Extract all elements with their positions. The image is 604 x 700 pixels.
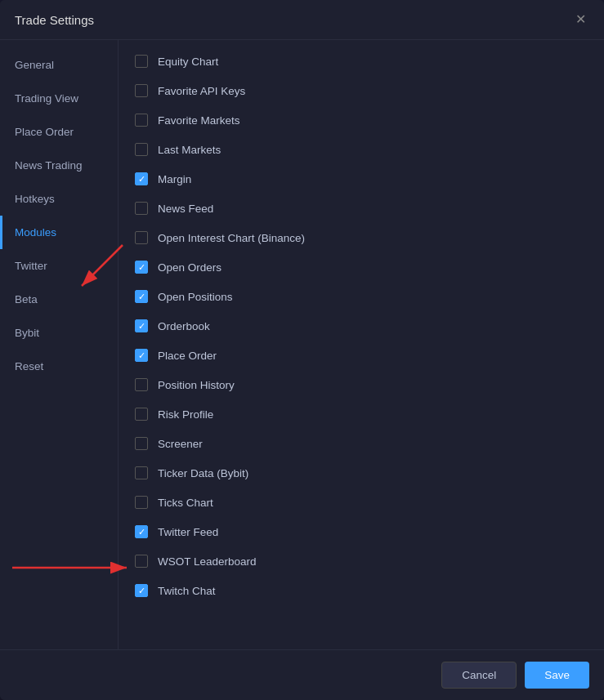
checkbox-favorite-markets[interactable] bbox=[135, 114, 148, 127]
module-label-equity-chart: Equity Chart bbox=[158, 56, 218, 68]
sidebar-item-general[interactable]: General bbox=[0, 48, 118, 82]
module-row-open-positions[interactable]: Open Positions bbox=[119, 282, 604, 311]
footer: Cancel Save bbox=[0, 649, 604, 700]
module-row-position-history[interactable]: Position History bbox=[119, 370, 604, 399]
module-label-twitch-chat: Twitch Chat bbox=[158, 585, 216, 597]
cancel-button[interactable]: Cancel bbox=[441, 662, 517, 689]
close-button[interactable]: ✕ bbox=[572, 11, 589, 28]
module-label-open-orders: Open Orders bbox=[158, 261, 221, 274]
module-label-position-history: Position History bbox=[158, 379, 235, 391]
checkbox-position-history[interactable] bbox=[135, 378, 148, 391]
checkbox-open-interest-chart[interactable] bbox=[135, 231, 148, 244]
checkbox-open-orders[interactable] bbox=[135, 261, 148, 274]
module-label-margin: Margin bbox=[158, 173, 191, 185]
checkbox-place-order[interactable] bbox=[135, 349, 148, 362]
module-label-ticker-data: Ticker Data (Bybit) bbox=[158, 467, 248, 479]
module-label-favorite-markets: Favorite Markets bbox=[158, 114, 240, 127]
sidebar-item-twitter[interactable]: Twitter bbox=[0, 249, 118, 283]
checkbox-orderbook[interactable] bbox=[135, 319, 148, 332]
module-label-twitter-feed: Twitter Feed bbox=[158, 526, 218, 538]
module-row-equity-chart[interactable]: Equity Chart bbox=[119, 47, 604, 76]
module-row-last-markets[interactable]: Last Markets bbox=[119, 135, 604, 164]
module-row-favorite-api-keys[interactable]: Favorite API Keys bbox=[119, 76, 604, 105]
module-label-open-positions: Open Positions bbox=[158, 291, 233, 303]
checkbox-news-feed[interactable] bbox=[135, 202, 148, 215]
sidebar-item-trading-view[interactable]: Trading View bbox=[0, 82, 118, 115]
dialog-body: GeneralTrading ViewPlace OrderNews Tradi… bbox=[0, 40, 604, 649]
title-bar: Trade Settings ✕ bbox=[0, 0, 604, 40]
module-label-screener: Screener bbox=[158, 438, 203, 450]
module-row-news-feed[interactable]: News Feed bbox=[119, 194, 604, 223]
module-row-ticks-chart[interactable]: Ticks Chart bbox=[119, 488, 604, 517]
save-button[interactable]: Save bbox=[525, 662, 589, 689]
checkbox-screener[interactable] bbox=[135, 437, 148, 450]
sidebar-item-reset[interactable]: Reset bbox=[0, 350, 118, 383]
module-label-favorite-api-keys: Favorite API Keys bbox=[158, 85, 245, 97]
module-label-ticks-chart: Ticks Chart bbox=[158, 497, 213, 509]
checkbox-ticker-data[interactable] bbox=[135, 466, 148, 479]
module-row-twitch-chat[interactable]: Twitch Chat bbox=[119, 576, 604, 605]
module-row-screener[interactable]: Screener bbox=[119, 429, 604, 458]
sidebar-item-news-trading[interactable]: News Trading bbox=[0, 149, 118, 182]
checkbox-twitter-feed[interactable] bbox=[135, 525, 148, 538]
sidebar-item-place-order[interactable]: Place Order bbox=[0, 115, 118, 149]
module-row-favorite-markets[interactable]: Favorite Markets bbox=[119, 105, 604, 135]
sidebar: GeneralTrading ViewPlace OrderNews Tradi… bbox=[0, 40, 119, 649]
sidebar-item-bybit[interactable]: Bybit bbox=[0, 316, 118, 350]
checkbox-risk-profile[interactable] bbox=[135, 408, 148, 421]
checkbox-wsot-leaderboard[interactable] bbox=[135, 555, 148, 568]
module-label-place-order: Place Order bbox=[158, 350, 217, 362]
module-row-twitter-feed[interactable]: Twitter Feed bbox=[119, 517, 604, 546]
module-label-wsot-leaderboard: WSOT Leaderboard bbox=[158, 555, 257, 568]
modules-list[interactable]: Equity ChartFavorite API KeysFavorite Ma… bbox=[119, 40, 604, 649]
checkbox-twitch-chat[interactable] bbox=[135, 584, 148, 597]
checkbox-margin[interactable] bbox=[135, 172, 148, 185]
sidebar-item-modules[interactable]: Modules bbox=[0, 216, 118, 249]
trade-settings-dialog: Trade Settings ✕ GeneralTrading ViewPlac… bbox=[0, 0, 604, 700]
module-row-margin[interactable]: Margin bbox=[119, 164, 604, 194]
module-row-orderbook[interactable]: Orderbook bbox=[119, 311, 604, 341]
module-label-risk-profile: Risk Profile bbox=[158, 408, 213, 421]
module-row-ticker-data[interactable]: Ticker Data (Bybit) bbox=[119, 458, 604, 488]
module-row-place-order[interactable]: Place Order bbox=[119, 341, 604, 370]
checkbox-equity-chart[interactable] bbox=[135, 55, 148, 68]
checkbox-favorite-api-keys[interactable] bbox=[135, 84, 148, 97]
sidebar-item-beta[interactable]: Beta bbox=[0, 283, 118, 316]
module-label-orderbook: Orderbook bbox=[158, 320, 210, 332]
content-area: Equity ChartFavorite API KeysFavorite Ma… bbox=[119, 40, 604, 649]
checkbox-ticks-chart[interactable] bbox=[135, 496, 148, 509]
checkbox-last-markets[interactable] bbox=[135, 143, 148, 156]
checkbox-open-positions[interactable] bbox=[135, 290, 148, 303]
module-label-news-feed: News Feed bbox=[158, 203, 213, 215]
sidebar-item-hotkeys[interactable]: Hotkeys bbox=[0, 182, 118, 216]
module-row-wsot-leaderboard[interactable]: WSOT Leaderboard bbox=[119, 546, 604, 576]
dialog-title: Trade Settings bbox=[15, 13, 94, 27]
module-label-open-interest-chart: Open Interest Chart (Binance) bbox=[158, 232, 305, 244]
module-row-open-interest-chart[interactable]: Open Interest Chart (Binance) bbox=[119, 223, 604, 252]
module-row-risk-profile[interactable]: Risk Profile bbox=[119, 399, 604, 429]
module-row-open-orders[interactable]: Open Orders bbox=[119, 252, 604, 282]
module-label-last-markets: Last Markets bbox=[158, 144, 221, 156]
